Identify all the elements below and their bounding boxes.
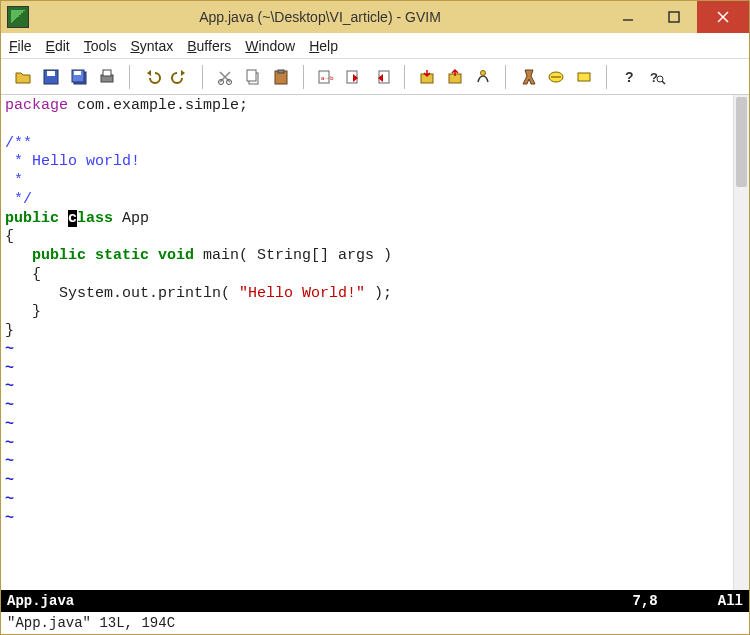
open-icon[interactable]	[11, 65, 35, 89]
window-title: App.java (~\Desktop\VI_article) - GVIM	[35, 9, 605, 25]
print-icon[interactable]	[95, 65, 119, 89]
cursor: c	[68, 210, 77, 227]
redo-icon[interactable]	[168, 65, 192, 89]
status-scroll: All	[718, 593, 743, 609]
keyword-package: package	[5, 97, 68, 114]
menu-syntax[interactable]: Syntax	[130, 38, 173, 54]
brace: {	[5, 228, 14, 245]
svg-rect-16	[278, 70, 284, 73]
load-session-icon[interactable]	[415, 65, 439, 89]
window-controls	[605, 1, 749, 33]
undo-icon[interactable]	[140, 65, 164, 89]
empty-line-tilde: ~	[5, 510, 14, 527]
brace: {	[5, 266, 41, 283]
svg-point-23	[481, 70, 486, 75]
svg-rect-8	[74, 71, 81, 75]
run-script-icon[interactable]	[471, 65, 495, 89]
method-sig: main( String[] args )	[194, 247, 392, 264]
find-prev-icon[interactable]	[370, 65, 394, 89]
minimize-button[interactable]	[605, 1, 651, 33]
menu-help[interactable]: Help	[309, 38, 338, 54]
comment-line: *	[5, 172, 23, 189]
keyword-static: static	[95, 247, 149, 264]
comment-line: * Hello world!	[5, 153, 140, 170]
brace: }	[5, 322, 14, 339]
cut-icon[interactable]	[213, 65, 237, 89]
empty-line-tilde: ~	[5, 397, 14, 414]
svg-line-30	[662, 81, 665, 84]
save-icon[interactable]	[39, 65, 63, 89]
svg-rect-5	[47, 71, 55, 76]
keyword-class: class	[68, 210, 113, 227]
toolbar-separator	[303, 65, 304, 89]
keyword-public: public	[32, 247, 86, 264]
status-cursor-position: 7,8	[633, 593, 658, 609]
empty-line-tilde: ~	[5, 453, 14, 470]
empty-line-tilde: ~	[5, 341, 14, 358]
code-text: );	[365, 285, 392, 302]
menu-edit[interactable]: Edit	[46, 38, 70, 54]
svg-rect-1	[669, 12, 679, 22]
titlebar: App.java (~\Desktop\VI_article) - GVIM	[1, 1, 749, 33]
find-help-icon[interactable]: ?	[645, 65, 669, 89]
code-editor[interactable]: package com.example.simple; /** * Hello …	[1, 95, 733, 590]
maximize-button[interactable]	[651, 1, 697, 33]
code-text: com.example.simple;	[68, 97, 248, 114]
svg-text:?: ?	[650, 70, 658, 85]
menu-tools[interactable]: Tools	[84, 38, 117, 54]
find-next-icon[interactable]	[342, 65, 366, 89]
saveall-icon[interactable]	[67, 65, 91, 89]
command-line-text: "App.java" 13L, 194C	[7, 615, 175, 631]
help-icon[interactable]: ?	[617, 65, 641, 89]
comment-line: /**	[5, 135, 32, 152]
menu-buffers[interactable]: Buffers	[187, 38, 231, 54]
svg-rect-10	[103, 70, 111, 76]
paste-icon[interactable]	[269, 65, 293, 89]
app-icon	[7, 6, 29, 28]
tags-icon[interactable]	[572, 65, 596, 89]
empty-line-tilde: ~	[5, 416, 14, 433]
svg-rect-26	[578, 73, 590, 81]
empty-line-tilde: ~	[5, 360, 14, 377]
string-literal: "Hello World!"	[239, 285, 365, 302]
copy-icon[interactable]	[241, 65, 265, 89]
svg-text:?: ?	[625, 69, 634, 85]
toolbar-separator	[129, 65, 130, 89]
status-filename: App.java	[7, 593, 633, 609]
keyword-public: public	[5, 210, 59, 227]
empty-line-tilde: ~	[5, 435, 14, 452]
toolbar: a→b ? ?	[1, 59, 749, 95]
scrollbar-thumb[interactable]	[736, 97, 747, 187]
empty-line-tilde: ~	[5, 472, 14, 489]
toolbar-separator	[505, 65, 506, 89]
make-icon[interactable]	[516, 65, 540, 89]
class-name: App	[113, 210, 149, 227]
save-session-icon[interactable]	[443, 65, 467, 89]
status-bar: App.java 7,8All	[1, 590, 749, 612]
menu-file[interactable]: File	[9, 38, 32, 54]
empty-line-tilde: ~	[5, 491, 14, 508]
command-line[interactable]: "App.java" 13L, 194C	[1, 612, 749, 634]
vertical-scrollbar[interactable]	[733, 95, 749, 590]
svg-text:a→b: a→b	[321, 75, 334, 81]
svg-rect-14	[247, 70, 256, 81]
editor-area: package com.example.simple; /** * Hello …	[1, 95, 749, 590]
menu-window[interactable]: Window	[245, 38, 295, 54]
close-button[interactable]	[697, 1, 749, 33]
shell-icon[interactable]	[544, 65, 568, 89]
toolbar-separator	[606, 65, 607, 89]
empty-line-tilde: ~	[5, 378, 14, 395]
brace: }	[5, 303, 41, 320]
find-replace-icon[interactable]: a→b	[314, 65, 338, 89]
comment-line: */	[5, 191, 32, 208]
code-text: System.out.println(	[5, 285, 239, 302]
keyword-void: void	[158, 247, 194, 264]
menubar: File Edit Tools Syntax Buffers Window He…	[1, 33, 749, 59]
toolbar-separator	[404, 65, 405, 89]
toolbar-separator	[202, 65, 203, 89]
